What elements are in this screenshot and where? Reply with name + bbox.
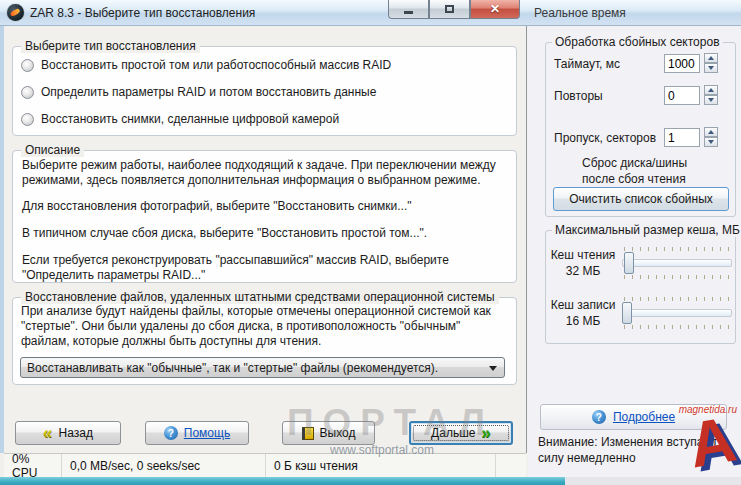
details-button[interactable]: Подробнее: [540, 404, 727, 430]
radio-label: Определить параметры RAID и потом восста…: [41, 85, 376, 99]
description-paragraph: Для восстановления фотографий, выберите …: [22, 199, 507, 214]
help-button[interactable]: Помощь: [145, 421, 249, 445]
cpu-status: 0% CPU: [4, 454, 62, 477]
main-dialog-area: Выберите тип восстановления Восстановить…: [0, 26, 527, 453]
titlebar: ZAR 8.3 - Выберите тип восстановления ✕ …: [0, 0, 741, 26]
write-cache-value: 16 МБ: [550, 313, 616, 329]
close-button[interactable]: ✕: [470, 0, 520, 19]
radio-icon[interactable]: [21, 59, 34, 72]
undelete-group-label: Восстановление файлов, удаленных штатным…: [21, 290, 499, 304]
zar-app-icon: [7, 4, 24, 21]
description-group-label: Описание: [21, 143, 84, 157]
timeout-input[interactable]: [664, 54, 700, 73]
write-cache-label: Кеш записи 16 МБ: [550, 297, 616, 329]
maximize-button[interactable]: [429, 0, 470, 19]
slider-ticks: [624, 275, 730, 279]
next-button[interactable]: Дальше: [409, 421, 513, 445]
realtime-panel: Обработка сбойных секторов Таймаут, мс П…: [528, 26, 741, 477]
help-button-label: Помощь: [184, 426, 230, 440]
bus-reset-note: Сброс диска/шины после сбоя чтения: [582, 155, 702, 187]
clear-button-label: Очистить список сбойных: [569, 192, 713, 206]
back-button[interactable]: Назад: [15, 421, 121, 445]
spin-down-button[interactable]: [704, 95, 718, 105]
retries-input[interactable]: [664, 86, 700, 105]
radio-label: Восстановить простой том или работоспосо…: [41, 58, 391, 72]
bad-sectors-groupbox: Обработка сбойных секторов Таймаут, мс П…: [545, 42, 736, 217]
radio-option-camera-photos[interactable]: Восстановить снимки, сделанные цифровой …: [21, 112, 339, 126]
description-paragraph: Выберите режим работы, наиболее подходящ…: [22, 158, 507, 188]
description-text: Выберите режим работы, наиболее подходящ…: [13, 151, 516, 283]
panel-bottom-border: [565, 477, 741, 485]
io-speed-status: 0,0 MB/sec, 0 seeks/sec: [62, 454, 266, 477]
focus-rectangle: [413, 425, 509, 441]
combobox-selected-value: Восстанавливать как "обычные", так и "ст…: [27, 361, 438, 375]
radio-icon[interactable]: [21, 86, 34, 99]
slider-ticks: [624, 247, 730, 251]
exit-door-icon: [302, 427, 314, 440]
status-bar: 0% CPU 0,0 MB/sec, 0 seeks/sec 0 Б кэш ч…: [4, 453, 526, 477]
minimize-button[interactable]: [388, 0, 429, 19]
skip-sectors-input[interactable]: [664, 128, 700, 147]
retries-spinner: [704, 85, 718, 105]
write-cache-name: Кеш записи: [550, 297, 616, 313]
skip-sectors-spinner: [704, 127, 718, 147]
timeout-spinner: [704, 53, 718, 73]
chevron-down-icon: [489, 366, 497, 371]
recovery-type-groupbox: Выберите тип восстановления Восстановить…: [12, 46, 517, 136]
slider-ticks: [624, 297, 730, 301]
slider-thumb[interactable]: [622, 302, 632, 324]
slider-thumb[interactable]: [624, 252, 634, 274]
slider-ticks: [624, 325, 730, 329]
spin-down-button[interactable]: [704, 63, 718, 73]
read-cache-label: Кеш чтения 32 МБ: [550, 247, 616, 279]
spin-down-button[interactable]: [704, 137, 718, 147]
exit-button-label: Выход: [320, 426, 356, 440]
bad-sectors-group-label: Обработка сбойных секторов: [552, 35, 723, 49]
write-cache-slider[interactable]: [620, 296, 732, 330]
window-bottom-border: [0, 477, 565, 485]
spin-up-button[interactable]: [704, 53, 718, 63]
radio-label: Восстановить снимки, сделанные цифровой …: [41, 112, 339, 126]
read-cache-value: 32 МБ: [550, 263, 616, 279]
exit-button[interactable]: Выход: [282, 421, 375, 445]
spin-up-button[interactable]: [704, 127, 718, 137]
back-button-label: Назад: [59, 426, 93, 440]
minimize-icon: [404, 11, 413, 14]
recovery-type-group-label: Выберите тип восстановления: [21, 39, 200, 53]
maximize-icon: [445, 5, 454, 13]
skip-sectors-label: Пропуск, секторов: [554, 131, 656, 145]
read-cache-row: Кеш чтения 32 МБ: [550, 245, 732, 281]
radio-option-raid-params[interactable]: Определить параметры RAID и потом восста…: [21, 85, 376, 99]
realtime-panel-title: Реальное время: [534, 6, 626, 20]
window-controls: ✕: [388, 0, 520, 20]
undelete-groupbox: Восстановление файлов, удаленных штатным…: [12, 297, 517, 385]
description-groupbox: Описание Выберите режим работы, наиболее…: [12, 150, 517, 283]
description-paragraph: Если требуется реконструировать "рассыпа…: [22, 253, 507, 283]
retries-label: Повторы: [554, 89, 603, 103]
help-icon: [164, 426, 178, 440]
clear-bad-sectors-button[interactable]: Очистить список сбойных: [553, 187, 729, 211]
undelete-mode-combobox[interactable]: Восстанавливать как "обычные", так и "ст…: [20, 357, 505, 378]
slider-track[interactable]: [622, 309, 732, 317]
radio-icon[interactable]: [21, 113, 34, 126]
spin-up-button[interactable]: [704, 85, 718, 95]
read-cache-status: 0 Б кэш чтения: [266, 454, 496, 477]
back-chevrons-icon: [43, 426, 52, 441]
cache-size-group-label: Максимальный размер кеша, МБ: [552, 223, 741, 237]
cache-size-groupbox: Максимальный размер кеша, МБ Кеш чтения …: [545, 230, 736, 344]
read-cache-slider[interactable]: [620, 246, 732, 280]
write-cache-row: Кеш записи 16 МБ: [550, 295, 732, 331]
help-icon: [592, 410, 606, 424]
zar-window: ZAR 8.3 - Выберите тип восстановления ✕ …: [0, 0, 741, 485]
undelete-text: При анализе будут найдены файлы, которые…: [13, 298, 516, 349]
window-title: ZAR 8.3 - Выберите тип восстановления: [30, 6, 255, 20]
description-paragraph: В типичном случае сбоя диска, выберите "…: [22, 226, 507, 241]
radio-option-simple-volume[interactable]: Восстановить простой том или работоспосо…: [21, 58, 391, 72]
slider-track[interactable]: [622, 259, 732, 267]
details-button-label: Подробнее: [613, 410, 675, 424]
read-cache-name: Кеш чтения: [550, 247, 616, 263]
warning-text: Внимание: Изменения вступают в силу неме…: [538, 434, 736, 466]
close-icon: ✕: [490, 2, 500, 16]
timeout-label: Таймаут, мс: [554, 57, 620, 71]
